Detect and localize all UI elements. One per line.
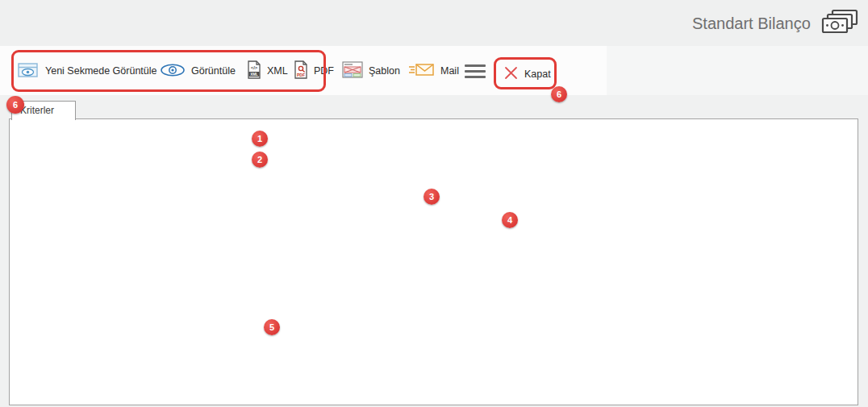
tab-kriterler-label: Kriterler [20, 105, 54, 116]
mail-label: Mail [440, 65, 459, 77]
template-label: Şablon [369, 65, 400, 77]
toolbar-band-right [607, 46, 868, 95]
new-tab-view-icon [18, 61, 40, 81]
pdf-file-icon: PDF [294, 60, 308, 81]
banknotes-icon [820, 8, 860, 42]
template-button[interactable]: Şablon [342, 59, 400, 83]
svg-text:</>: </> [251, 65, 258, 70]
eye-icon [160, 64, 186, 79]
menu-icon[interactable] [465, 64, 486, 78]
annotation-badge-2: 2 [252, 152, 268, 168]
svg-text:XML: XML [250, 73, 258, 77]
pdf-export-button[interactable]: PDF PDF [294, 59, 334, 83]
view-new-tab-label: Yeni Sekmede Görüntüle [45, 65, 157, 77]
pdf-label: PDF [314, 65, 334, 77]
close-button[interactable]: Kapat [503, 62, 551, 86]
svg-text:PDF: PDF [297, 73, 305, 77]
view-label: Görüntüle [191, 65, 236, 77]
annotation-badge-6: 6 [6, 96, 24, 114]
view-new-tab-button[interactable]: Yeni Sekmede Görüntüle [18, 59, 157, 83]
annotation-badge-6: 6 [551, 86, 567, 102]
criteria-panel [9, 118, 858, 405]
xml-export-button[interactable]: </> XML XML [247, 59, 288, 83]
standart-bilanco-window: Standart Bilanço Yeni Sekmede Görüntüle [0, 0, 868, 407]
close-label: Kapat [524, 69, 551, 80]
close-x-icon [503, 66, 519, 82]
mail-button[interactable]: Mail [408, 59, 459, 83]
annotation-badge-4: 4 [502, 212, 518, 228]
annotation-badge-1: 1 [252, 131, 268, 147]
page-title: Standart Bilanço [692, 15, 811, 33]
xml-label: XML [267, 65, 288, 77]
annotation-badge-3: 3 [424, 189, 440, 205]
annotation-badge-5: 5 [264, 319, 280, 335]
template-icon [342, 61, 363, 81]
xml-file-icon: </> XML [247, 60, 261, 81]
view-button[interactable]: Görüntüle [160, 59, 236, 83]
mail-icon [408, 62, 435, 80]
